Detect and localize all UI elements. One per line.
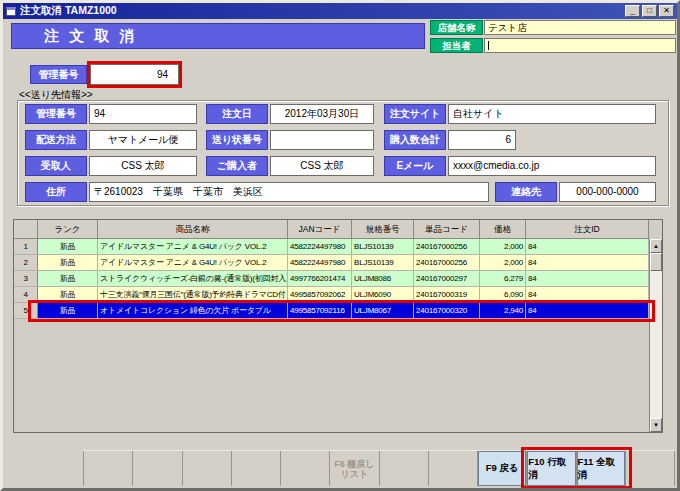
recipient-label: 受取人 xyxy=(25,156,87,176)
delivery-method-field[interactable]: ヤマトメール便 xyxy=(89,130,197,150)
close-icon[interactable]: ✕ xyxy=(659,5,674,17)
table-row-selected[interactable]: 5 新品 オトメイトコレクション 緋色の欠片 ポータブル 49958570921… xyxy=(14,303,649,319)
table-row[interactable]: 3 新品 ストライクウィッチーズ-白銀の翼-(通常版)(初回封入... 4997… xyxy=(14,271,649,287)
table-header-row: ランク 商品名称 JANコード 規格番号 単品コード 価格 注文ID xyxy=(14,220,649,239)
store-name-field[interactable]: テスト店 xyxy=(484,20,676,35)
col-order-id: 注文ID xyxy=(526,220,649,238)
footer-slot-f2 xyxy=(132,451,181,486)
qty-total-field[interactable]: 6 xyxy=(448,130,516,150)
f6-shelf-return-list-button[interactable]: F6 棚戻し リスト xyxy=(330,451,378,486)
kanri-field-label: 管理番号 xyxy=(25,104,87,124)
staff-field[interactable] xyxy=(484,38,676,53)
scroll-down-icon[interactable]: ▼ xyxy=(650,418,662,432)
kanri-number-input[interactable]: 94 xyxy=(90,64,179,85)
tracking-number-label: 送り状番号 xyxy=(206,130,268,150)
buyer-field[interactable]: CSS 太郎 xyxy=(270,156,374,176)
table-row[interactable]: 2 新品 アイドルマスター アニメ & G4U! パック VOL.2 45822… xyxy=(14,255,649,271)
footer-slot-f6: F6 棚戻し リスト xyxy=(329,451,378,486)
footer-slot-f9: F9 戻る xyxy=(477,451,526,486)
email-label: Eメール xyxy=(384,156,446,176)
window-title: 注文取消 TAMZ1000 xyxy=(20,4,625,18)
f9-back-button[interactable]: F9 戻る xyxy=(478,451,526,486)
col-tanpin: 単品コード xyxy=(414,220,480,238)
col-name: 商品名称 xyxy=(98,220,288,238)
address-label: 住所 xyxy=(25,182,87,202)
table-row[interactable]: 1 新品 アイドルマスター アニメ & G4U! パック VOL.2 45822… xyxy=(14,239,649,255)
title-bar: 注文取消 TAMZ1000 _ □ ✕ xyxy=(3,3,677,19)
order-items-table: ランク 商品名称 JANコード 規格番号 単品コード 価格 注文ID 1 新品 … xyxy=(13,219,663,433)
footer-slot-f8 xyxy=(428,451,477,486)
order-site-label: 注文サイト xyxy=(384,104,446,124)
order-site-field[interactable]: 自社サイト xyxy=(448,104,656,124)
buyer-label: ご購入者 xyxy=(206,156,268,176)
address-field[interactable]: 〒2610023 千葉県 千葉市 美浜区 xyxy=(89,182,489,202)
footer-slot-f4 xyxy=(231,451,280,486)
staff-label: 担当者 xyxy=(430,38,483,53)
scroll-up-icon[interactable]: ▲ xyxy=(650,239,662,253)
app-icon xyxy=(6,7,16,16)
tracking-number-field[interactable] xyxy=(270,130,374,150)
f10-cancel-row-button[interactable]: F10 行取消 xyxy=(527,451,575,486)
col-jan: JANコード xyxy=(288,220,352,238)
app-window: 注文取消 TAMZ1000 _ □ ✕ 注 文 取 消 店舗名称 テスト店 担当… xyxy=(0,0,680,491)
kanri-number-label: 管理番号 xyxy=(30,65,87,84)
order-date-label: 注文日 xyxy=(206,104,268,124)
footer-slot-f7 xyxy=(379,451,428,486)
col-rank: ランク xyxy=(38,220,98,238)
qty-total-label: 購入数合計 xyxy=(384,130,446,150)
col-price: 価格 xyxy=(480,220,526,238)
col-rownum xyxy=(14,220,38,238)
footer-slot-f1 xyxy=(83,451,132,486)
function-key-bar: F6 棚戻し リスト F9 戻る F10 行取消 F11 全取消 xyxy=(83,450,675,486)
f11-cancel-all-button[interactable]: F11 全取消 xyxy=(577,451,625,486)
footer-slot-f3 xyxy=(182,451,231,486)
contact-label: 連絡先 xyxy=(495,182,557,202)
footer-slot-f10: F10 行取消 xyxy=(526,451,575,486)
vertical-scrollbar[interactable]: ▲ ▼ xyxy=(649,239,662,432)
minimize-icon[interactable]: _ xyxy=(625,5,640,17)
contact-field[interactable]: 000-000-0000 xyxy=(559,182,656,202)
scrollbar-thumb[interactable] xyxy=(650,253,662,271)
store-name-label: 店舗名称 xyxy=(430,20,483,35)
maximize-icon[interactable]: □ xyxy=(642,5,657,17)
col-kikaku: 規格番号 xyxy=(352,220,414,238)
footer-slot-f11: F11 全取消 xyxy=(576,451,625,486)
table-row[interactable]: 4 新品 十三支演義″偃月三国伝″(通常版)予約特典ドラマCD付き 499585… xyxy=(14,287,649,303)
recipient-field[interactable]: CSS 太郎 xyxy=(89,156,197,176)
page-title: 注 文 取 消 xyxy=(11,23,425,49)
footer-slot-f12 xyxy=(625,451,675,486)
email-field[interactable]: xxxx@cmedia.co.jp xyxy=(448,156,656,176)
kanri-field[interactable]: 94 xyxy=(89,104,197,124)
delivery-method-label: 配送方法 xyxy=(25,130,87,150)
text-caret xyxy=(488,41,489,50)
footer-slot-f5 xyxy=(280,451,329,486)
order-date-field[interactable]: 2012年03月30日 xyxy=(270,104,374,124)
